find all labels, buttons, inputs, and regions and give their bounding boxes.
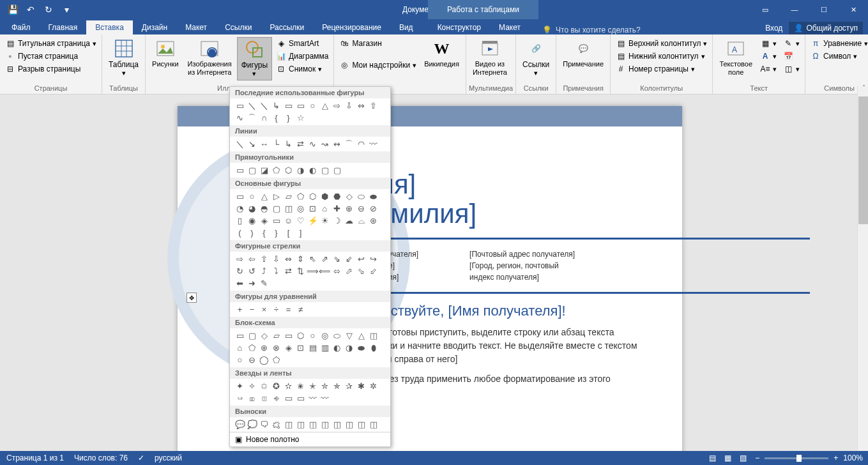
shape-item[interactable]: ◉ (246, 215, 258, 227)
shape-item[interactable]: ◇ (258, 330, 270, 342)
shape-line-darrow[interactable]: ↔ (258, 138, 270, 150)
shape-item[interactable]: ▭ (294, 392, 307, 404)
shape-item[interactable]: ⬡ (307, 190, 319, 202)
shape-scribble[interactable]: 〰 (367, 138, 379, 150)
tab-layout[interactable]: Макет (176, 20, 216, 34)
tab-file[interactable]: Файл (3, 20, 40, 34)
redo-icon[interactable]: ↻ (41, 2, 56, 17)
shape-item[interactable]: ⬣ (331, 190, 343, 202)
wikipedia-button[interactable]: W Википедия (420, 37, 463, 70)
shape-item[interactable]: 💭 (246, 418, 258, 431)
shape-item[interactable]: ◫ (343, 418, 355, 431)
shape-arc[interactable]: ⌒ (246, 112, 258, 124)
tab-design[interactable]: Дизайн (133, 20, 176, 34)
status-words[interactable]: Число слов: 76 (74, 454, 128, 462)
shape-item[interactable]: ✭ (307, 380, 319, 392)
shape-minus[interactable]: − (246, 303, 258, 316)
shape-item[interactable]: ○ (234, 354, 246, 366)
shape-item[interactable]: ⌂ (319, 202, 331, 215)
shape-item[interactable]: ⬀ (343, 265, 355, 277)
vertical-scrollbar[interactable] (857, 86, 868, 451)
table-button[interactable]: Таблица▾ (105, 37, 142, 79)
shape-item[interactable]: ⇨ (234, 253, 246, 265)
shape-eq[interactable]: = (282, 303, 294, 316)
online-pictures-button[interactable]: Изображения из Интернета (184, 37, 236, 78)
shape-item[interactable]: ◎ (294, 202, 307, 215)
view-print-icon[interactable]: ▦ (720, 452, 735, 464)
tab-review[interactable]: Рецензирование (313, 20, 390, 34)
shape-item[interactable]: ✲ (367, 380, 379, 392)
shape-item[interactable]: ◐ (331, 342, 343, 354)
shape-item[interactable]: ⌂ (234, 342, 246, 354)
shape-item[interactable]: ✎ (258, 277, 270, 289)
shape-item[interactable]: ✦ (234, 380, 246, 392)
shape-item[interactable]: { (258, 227, 270, 239)
shape-snip2[interactable]: ⬠ (270, 164, 282, 176)
shape-arrow-r[interactable]: ⇨ (331, 100, 343, 112)
shape-item[interactable]: ) (246, 227, 258, 239)
shape-item[interactable]: 💬 (234, 418, 246, 431)
shape-item[interactable]: ⎃ (234, 392, 246, 404)
quickparts-button[interactable]: ▦▾ (758, 37, 779, 50)
shape-neq[interactable]: ≠ (294, 303, 307, 316)
smartart-button[interactable]: ◈SmartArt (273, 37, 331, 50)
shape-freeform[interactable]: ∿ (234, 112, 246, 124)
shape-roundd[interactable]: ▢ (331, 164, 343, 176)
shape-item[interactable]: ⊘ (367, 202, 379, 215)
shape-item[interactable]: ⇦ (246, 253, 258, 265)
zoom-out-button[interactable]: − (755, 454, 759, 462)
shape-item[interactable]: ☁ (343, 215, 355, 227)
shape-item[interactable]: ⊡ (294, 342, 307, 354)
view-read-icon[interactable]: ▤ (705, 452, 719, 464)
zoom-level[interactable]: 100% (843, 454, 863, 462)
shape-brace-r[interactable]: } (282, 112, 294, 124)
shape-item[interactable]: ✚ (331, 202, 343, 215)
shape-item[interactable]: ⊡ (307, 202, 319, 215)
shape-item[interactable]: ▢ (270, 202, 282, 215)
shape-round1[interactable]: ◑ (294, 164, 307, 176)
shape-item[interactable]: ↻ (234, 265, 246, 277)
shape-item[interactable]: ◔ (234, 202, 246, 215)
shape-line-arrow[interactable]: ↘ (246, 138, 258, 150)
shape-snip3[interactable]: ⬡ (282, 164, 294, 176)
shape-item[interactable]: △ (355, 330, 367, 342)
shape-item[interactable]: ✱ (355, 380, 367, 392)
shape-item[interactable]: ⇕ (294, 253, 307, 265)
shapes-button[interactable]: Фигуры▾ (237, 37, 272, 80)
shape-item[interactable]: ▭ (234, 330, 246, 342)
table-move-handle[interactable]: ✥ (187, 293, 197, 303)
symbol-button[interactable]: ΩСимвол ▾ (808, 50, 868, 63)
shape-roundrect[interactable]: ▢ (246, 164, 258, 176)
shape-arc2[interactable]: ∩ (258, 112, 270, 124)
shape-item[interactable]: ◇ (343, 190, 355, 202)
shape-item[interactable]: ⬬ (367, 190, 379, 202)
status-spellcheck-icon[interactable]: ✓ (138, 454, 144, 462)
cover-page-button[interactable]: ▤Титульная страница ▾ (3, 37, 99, 50)
shape-item[interactable]: ◎ (319, 330, 331, 342)
shape-mult[interactable]: × (258, 303, 270, 316)
shape-arrow-lr[interactable]: ⇔ (355, 100, 367, 112)
shape-item[interactable]: ✰ (343, 380, 355, 392)
shape-item[interactable]: ⎆ (270, 392, 282, 404)
shape-item[interactable]: 🗯 (270, 418, 282, 431)
shape-item[interactable]: ⬭ (355, 190, 367, 202)
shape-curve[interactable]: ∿ (307, 138, 319, 150)
shape-item[interactable]: ⇅ (294, 265, 307, 277)
shape-item[interactable]: △ (258, 190, 270, 202)
zoom-in-button[interactable]: + (834, 454, 838, 462)
status-page[interactable]: Страница 1 из 1 (6, 454, 64, 462)
shape-item[interactable]: ◫ (307, 418, 319, 431)
shape-item[interactable]: ◫ (367, 418, 379, 431)
shape-item[interactable]: ⇘ (331, 253, 343, 265)
shape-item[interactable]: ◕ (246, 202, 258, 215)
wordart-button[interactable]: A▾ (758, 50, 779, 63)
shape-star[interactable]: ☆ (294, 112, 307, 124)
shape-line[interactable]: ＼ (234, 138, 246, 150)
view-web-icon[interactable]: ▧ (736, 452, 750, 464)
shape-item[interactable]: ⬃ (367, 265, 379, 277)
shape-snip1[interactable]: ◪ (258, 164, 270, 176)
tab-insert[interactable]: Вставка (86, 20, 133, 34)
shape-item[interactable]: ☀ (319, 215, 331, 227)
shape-item[interactable]: ▭ (282, 392, 294, 404)
shape-item[interactable]: ⚡ (307, 215, 319, 227)
